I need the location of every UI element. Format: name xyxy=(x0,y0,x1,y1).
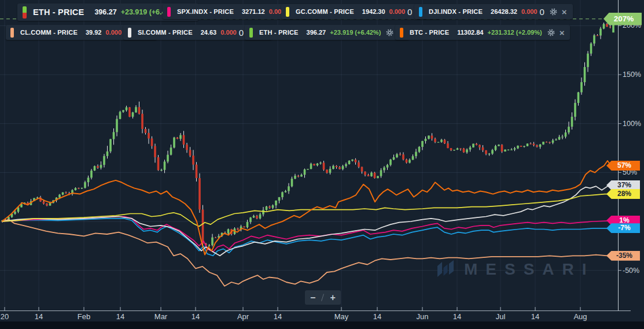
line-series xyxy=(2,161,616,286)
x-tick-label-may: May xyxy=(331,312,352,321)
price-badge-57: 57% xyxy=(606,161,640,171)
series-name: SI.COMM - PRICE xyxy=(138,29,193,36)
x-tick-label-jun: Jun xyxy=(412,312,433,321)
series-line-si-comm xyxy=(2,185,616,256)
series-change: +23.919 (+6.42%) xyxy=(330,29,381,36)
series-line-btc xyxy=(2,161,616,255)
price-badge--7: -7% xyxy=(606,223,640,233)
series-color-bar xyxy=(249,28,253,38)
series-color-bar xyxy=(23,6,27,19)
x-tick-label-20: 20 xyxy=(0,312,15,321)
series-color-bar xyxy=(400,28,403,38)
series-price: 1942.30 xyxy=(362,8,385,15)
zoom-out-button[interactable]: − xyxy=(307,293,319,302)
settings-gear-icon[interactable] xyxy=(547,29,555,36)
series-change: +231.312 (+2.09%) xyxy=(487,29,542,36)
series-line-spx-indx xyxy=(2,217,616,252)
x-tick-label-14: 14 xyxy=(28,312,49,321)
series-price: 396.27 xyxy=(307,29,326,36)
axes xyxy=(0,0,631,311)
legend-chip-eth[interactable]: ETH - PRICE396.27+23.919 (+6.42%)× xyxy=(245,25,409,40)
legend-chip-btc[interactable]: BTC - PRICE11302.84+231.312 (+2.09%)× xyxy=(395,25,570,40)
x-tick-label-feb: Feb xyxy=(73,312,94,321)
series-change: 0.000 xyxy=(389,8,406,15)
series-name: BTC - PRICE xyxy=(410,29,449,36)
series-change-suffix: 0 xyxy=(239,28,244,38)
series-change-suffix: 0 xyxy=(407,7,412,17)
x-tick-label-aug: Aug xyxy=(570,312,591,321)
settings-gear-icon[interactable] xyxy=(386,29,393,36)
series-change-suffix: 0 xyxy=(539,7,544,17)
bottom-strip xyxy=(0,321,644,329)
gridlines xyxy=(0,0,618,310)
price-chart-canvas[interactable] xyxy=(0,0,644,329)
y-tick-label-100: 100% xyxy=(623,120,641,128)
x-tick-label-mar: Mar xyxy=(150,312,171,321)
series-color-bar xyxy=(10,28,14,38)
series-change: 0.000 xyxy=(105,29,122,36)
close-icon[interactable]: × xyxy=(562,8,567,16)
close-icon[interactable]: × xyxy=(560,28,565,37)
x-tick-label-14: 14 xyxy=(447,312,468,321)
y-tick-label--50: -50% xyxy=(623,267,639,275)
price-badge-207: 207% xyxy=(603,13,642,25)
zoom-divider xyxy=(322,294,325,301)
series-price: 396.27 xyxy=(94,8,116,16)
x-tick-label-apr: Apr xyxy=(233,312,253,321)
series-color-bar xyxy=(286,7,289,17)
series-price: 26428.32 xyxy=(491,8,517,15)
legend-chip-dji-indx[interactable]: DJI.INDX - PRICE26428.320.0000× xyxy=(414,4,573,19)
x-tick-label-14: 14 xyxy=(525,312,546,321)
x-tick-label-14: 14 xyxy=(367,312,388,321)
series-color-bar xyxy=(167,7,171,17)
series-name: SPX.INDX - PRICE xyxy=(177,8,234,15)
series-name: DJI.INDX - PRICE xyxy=(429,8,483,15)
series-change: 0.000 xyxy=(220,29,237,36)
chart-workspace: ETH - PRICE396.27+23.919 (+6.42%)SPX.IND… xyxy=(0,0,644,329)
series-price: 3271.12 xyxy=(242,8,265,15)
price-badge-28: 28% xyxy=(606,189,640,199)
zoom-in-button[interactable]: + xyxy=(327,293,339,302)
settings-gear-icon[interactable] xyxy=(550,8,557,16)
series-color-bar xyxy=(128,28,131,38)
series-name: GC.COMM - PRICE xyxy=(296,8,354,15)
price-badge--35: -35% xyxy=(606,251,640,261)
x-tick-label-jul: Jul xyxy=(490,312,511,321)
series-line-dji-indx xyxy=(2,219,616,256)
series-line-cl-comm xyxy=(2,220,616,286)
series-change: 0.000 xyxy=(521,8,538,15)
y-tick-label-150: 150% xyxy=(623,71,641,79)
series-name: CL.COMM - PRICE xyxy=(20,29,78,36)
x-tick-label-14: 14 xyxy=(267,312,288,321)
series-price: 39.92 xyxy=(86,29,102,36)
series-price: 11302.84 xyxy=(457,29,483,36)
price-badge-37: 37% xyxy=(606,180,640,190)
x-tick-label-14: 14 xyxy=(110,312,131,321)
series-name: ETH - PRICE xyxy=(259,29,299,36)
series-color-bar xyxy=(419,7,422,17)
series-name: ETH - PRICE xyxy=(33,8,84,17)
zoom-controls: − + xyxy=(305,290,341,305)
x-tick-label-14: 14 xyxy=(185,312,206,321)
series-price: 24.63 xyxy=(201,29,217,36)
